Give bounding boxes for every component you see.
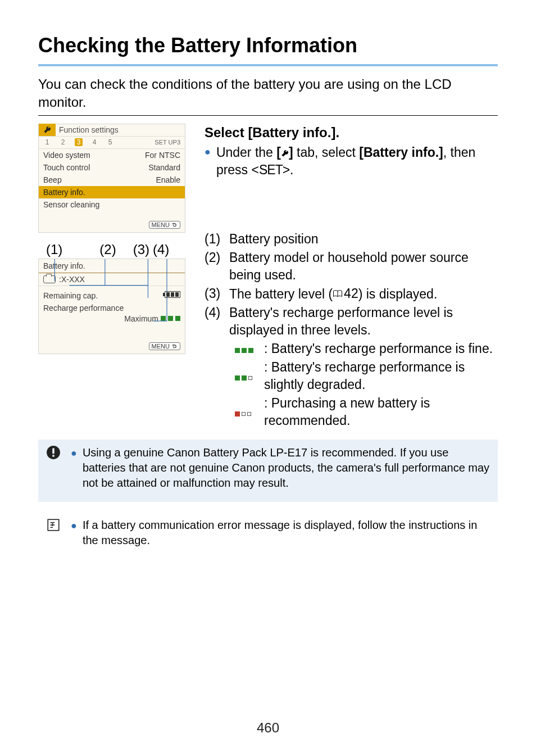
intro-text: You can check the conditions of the batt… [38, 75, 498, 112]
step-text: Under the [] tab, select [Battery info.]… [216, 144, 498, 179]
menu-item-touch-control: Touch control Standard [39, 161, 185, 174]
lcd-function-settings: Function settings 1 2 3 4 5 SET UP3 Vide… [38, 124, 185, 233]
lcd-tabs: 1 2 3 4 5 [43, 138, 114, 146]
t2: Battery model or household power source … [229, 249, 498, 284]
menu-label: Touch control [43, 163, 90, 172]
menu-back-button: MENU [149, 342, 180, 350]
s1: : Battery's recharge performance is fine… [264, 340, 493, 357]
svg-rect-8 [52, 455, 54, 457]
info-note: ● If a battery communication error messa… [38, 512, 498, 559]
menu-label: Sensor cleaning [43, 200, 99, 209]
callout-3: (3) [133, 242, 149, 257]
s3: : Purchasing a new battery is recommende… [264, 395, 498, 429]
menu-label: Video system [43, 151, 90, 160]
set-key: SET [259, 162, 283, 177]
caution-icon [46, 445, 61, 464]
perf-square-icon [175, 316, 180, 321]
bullet-icon: ● [205, 144, 211, 179]
wrench-icon [281, 150, 289, 157]
callout-row: (1) (2) (3) (4) [43, 242, 190, 257]
note-icon [46, 518, 61, 536]
ref-num: 42 [344, 285, 358, 302]
remaining-cap-label: Remaining cap. [43, 291, 98, 300]
perf-square-icon [161, 316, 166, 321]
menu-back-label: MENU [152, 221, 170, 228]
camera-icon [43, 275, 56, 283]
perf-indicator-low [235, 395, 258, 429]
tab-2: 2 [59, 138, 67, 146]
perf-square-icon [168, 316, 173, 321]
callout-2: (2) [99, 242, 116, 257]
caution-text: Using a genuine Canon Battery Pack LP-E1… [83, 445, 490, 491]
divider [38, 115, 498, 116]
return-icon [172, 343, 178, 349]
lcd-battery-info: Battery info. :X-XXX Remaining cap. Rech… [38, 259, 185, 354]
menu-item-beep: Beep Enable [39, 174, 185, 186]
menu-back-button: MENU [149, 221, 180, 229]
n4: (4) [205, 304, 224, 339]
bullet-icon: ● [71, 518, 77, 548]
t3: The battery level (42) is displayed. [229, 285, 437, 303]
battery-model: :X-XXX [59, 275, 85, 284]
menu-value: For NTSC [145, 151, 180, 160]
t1: Battery position [229, 230, 319, 248]
menu-label: Battery info. [43, 188, 85, 197]
t: tab, select [293, 145, 360, 160]
battery-level-icon [165, 291, 180, 298]
menu-value: Standard [148, 163, 180, 172]
n3: (3) [205, 285, 224, 303]
n2: (2) [205, 249, 224, 284]
t: [Battery info.] [359, 145, 443, 160]
t: The battery level ( [229, 287, 333, 301]
page-ref-icon: 42 [333, 285, 358, 302]
perf-indicator-full [235, 340, 258, 357]
menu-item-sensor-cleaning: Sensor cleaning [39, 198, 185, 211]
menu-value: Enable [156, 175, 180, 184]
title-rule [38, 64, 498, 66]
n1: (1) [205, 230, 224, 248]
page-title: Checking the Battery Information [38, 34, 498, 61]
bullet-icon: ● [71, 445, 77, 491]
battery-info-title: Battery info. [39, 259, 185, 273]
menu-item-video-system: Video system For NTSC [39, 149, 185, 161]
info-text: If a battery communication error message… [83, 518, 490, 548]
menu-back-label: MENU [152, 343, 170, 350]
callout-1: (1) [46, 242, 62, 257]
menu-label: Beep [43, 175, 62, 184]
t: >. [283, 162, 294, 177]
tab-4: 4 [90, 138, 98, 146]
recharge-perf-label: Recharge performance [39, 302, 185, 314]
perf-indicator-mid [235, 359, 258, 393]
s2: : Battery's recharge performance is slig… [264, 359, 498, 393]
svg-rect-7 [52, 449, 54, 454]
page-number: 460 [0, 720, 536, 736]
step-title: Select [Battery info.]. [205, 124, 498, 142]
setup-label: SET UP3 [155, 139, 180, 146]
caution-note: ● Using a genuine Canon Battery Pack LP-… [38, 440, 498, 502]
menu-item-battery-info: Battery info. [39, 186, 185, 198]
recharge-perf-value: Maximum [124, 314, 158, 323]
return-icon [172, 222, 178, 228]
t: ) is displayed. [358, 287, 438, 301]
lcd-header-label: Function settings [56, 125, 119, 134]
tab-3: 3 [75, 138, 83, 146]
tab-5: 5 [106, 138, 114, 146]
callout-4: (4) [153, 242, 169, 257]
t: Under the [216, 145, 276, 160]
t4: Battery's recharge performance level is … [229, 304, 498, 339]
wrench-tab-icon [39, 124, 56, 136]
tab-1: 1 [43, 138, 51, 146]
